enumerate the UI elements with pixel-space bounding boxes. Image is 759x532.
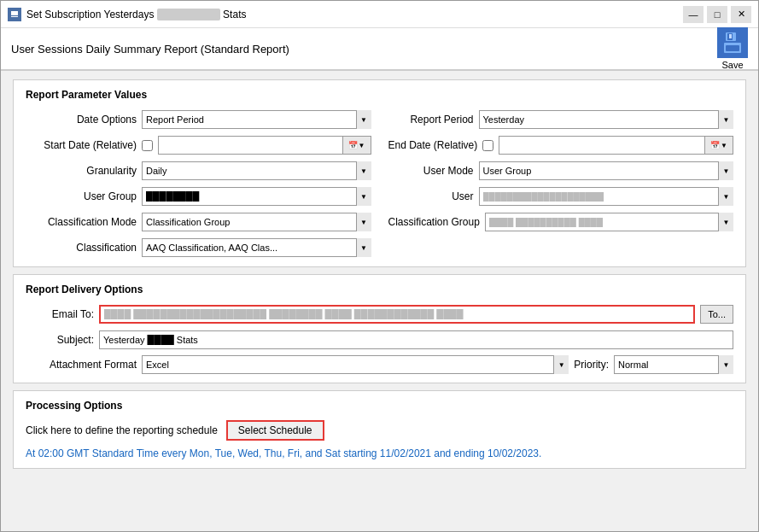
end-calendar-icon: 📅 — [710, 141, 720, 149]
start-date-picker-button[interactable]: 📅 ▼ — [342, 136, 371, 155]
start-date-field-wrapper: 10/02/2021 00:00:00 📅 ▼ — [158, 136, 371, 155]
classification-group-label: Classification Group — [388, 216, 480, 228]
attachment-right: Priority: Normal ▼ — [574, 355, 733, 374]
report-parameters-grid: Date Options Report Period ▼ Report Peri… — [26, 109, 733, 258]
priority-select[interactable]: Normal — [614, 355, 733, 374]
classification-select[interactable]: AAQ Classification, AAQ Clas... — [142, 238, 371, 257]
content-area: Report Parameter Values Date Options Rep… — [1, 71, 758, 531]
classification-mode-label: Classification Mode — [26, 216, 137, 228]
save-icon[interactable] — [717, 27, 748, 58]
select-schedule-button[interactable]: Select Schedule — [226, 420, 324, 441]
user-group-label: User Group — [26, 190, 137, 202]
main-window: Set Subscription Yesterdays ████ Stats —… — [0, 0, 759, 532]
email-label: Email To: — [26, 308, 94, 320]
priority-label: Priority: — [574, 359, 609, 371]
end-date-checkbox-wrapper — [482, 140, 493, 151]
calendar-icon: 📅 — [348, 141, 358, 149]
processing-options-title: Processing Options — [26, 400, 733, 412]
svg-rect-1 — [11, 11, 18, 15]
classification-label: Classification — [26, 242, 137, 254]
minimize-button[interactable]: — — [683, 6, 704, 23]
window-title: Set Subscription Yesterdays ████ Stats — [26, 9, 246, 20]
start-date-label: Start Date (Relative) — [26, 139, 137, 151]
app-icon — [8, 8, 21, 21]
schedule-row: Click here to define the reporting sched… — [26, 420, 733, 441]
report-period-row: Report Period Yesterday ▼ — [388, 109, 734, 130]
classification-group-row: Classification Group ████ ██████████ ███… — [388, 212, 734, 232]
to-button[interactable]: To... — [700, 305, 733, 324]
user-select-wrapper[interactable]: ████████████████████ ▼ — [479, 187, 734, 206]
processing-options-section: Processing Options Click here to define … — [13, 390, 746, 469]
save-label: Save — [721, 60, 743, 70]
classification-select-wrapper[interactable]: AAQ Classification, AAQ Clas... ▼ — [142, 238, 371, 257]
close-button[interactable]: ✕ — [731, 6, 751, 23]
classification-group-select-wrapper[interactable]: ████ ██████████ ████ ▼ — [485, 213, 733, 231]
end-date-row: End Date (Relative) 10/02/2021 00:00:00 … — [388, 135, 734, 155]
end-date-checkbox[interactable] — [482, 140, 493, 151]
svg-rect-7 — [726, 45, 739, 51]
end-date-picker-button[interactable]: 📅 ▼ — [704, 136, 733, 155]
report-period-select-wrapper[interactable]: Yesterday ▼ — [479, 110, 734, 129]
granularity-label: Granularity — [26, 165, 137, 177]
end-date-input[interactable]: 10/02/2021 00:00:00 — [499, 136, 704, 155]
svg-rect-8 — [729, 34, 732, 38]
svg-rect-2 — [11, 16, 18, 17]
maximize-button[interactable]: □ — [707, 6, 727, 23]
attachment-format-select[interactable]: Excel — [142, 355, 569, 374]
date-options-select-wrapper[interactable]: Report Period ▼ — [142, 110, 371, 129]
user-row: User ████████████████████ ▼ — [388, 186, 734, 207]
report-period-label: Report Period — [388, 114, 474, 126]
start-date-checkbox[interactable] — [142, 140, 153, 151]
toolbar: User Sessions Daily Summary Report (Stan… — [1, 28, 758, 71]
schedule-label: Click here to define the reporting sched… — [26, 424, 218, 436]
start-date-dropdown-arrow: ▼ — [359, 142, 365, 149]
report-period-select[interactable]: Yesterday — [479, 110, 734, 129]
classification-mode-select-wrapper[interactable]: Classification Group ▼ — [142, 213, 371, 231]
end-date-field-wrapper: 10/02/2021 00:00:00 📅 ▼ — [499, 136, 733, 155]
end-date-label: End Date (Relative) — [388, 139, 478, 151]
classification-group-select[interactable]: ████ ██████████ ████ — [485, 213, 733, 231]
date-options-label: Date Options — [26, 114, 137, 126]
attachment-left: Attachment Format Excel ▼ — [26, 355, 569, 374]
start-date-input[interactable]: 10/02/2021 00:00:00 — [158, 136, 342, 155]
date-options-row: Date Options Report Period ▼ — [26, 109, 371, 130]
attachment-format-label: Attachment Format — [26, 359, 137, 371]
user-mode-label: User Mode — [388, 165, 474, 177]
classification-mode-select[interactable]: Classification Group — [142, 213, 371, 231]
subject-row: Subject: — [26, 330, 733, 350]
attachment-format-select-wrapper[interactable]: Excel ▼ — [142, 355, 569, 374]
title-controls: — □ ✕ — [683, 6, 751, 23]
user-group-select-wrapper[interactable]: ████████ ▼ — [142, 187, 371, 206]
end-date-dropdown-arrow: ▼ — [721, 142, 727, 149]
report-parameters-section: Report Parameter Values Date Options Rep… — [13, 79, 746, 267]
schedule-info: At 02:00 GMT Standard Time every Mon, Tu… — [26, 447, 733, 459]
subject-label: Subject: — [26, 334, 94, 346]
title-bar: Set Subscription Yesterdays ████ Stats —… — [1, 1, 758, 28]
user-mode-row: User Mode User Group ▼ — [388, 161, 734, 181]
subject-input[interactable] — [99, 330, 733, 349]
user-group-select[interactable]: ████████ — [142, 187, 371, 206]
user-select[interactable]: ████████████████████ — [479, 187, 734, 206]
delivery-options-section: Report Delivery Options Email To: To... … — [13, 274, 746, 383]
delivery-options-title: Report Delivery Options — [26, 284, 733, 295]
date-options-select[interactable]: Report Period — [142, 110, 371, 129]
classification-mode-row: Classification Mode Classification Group… — [26, 212, 371, 232]
report-parameters-title: Report Parameter Values — [26, 89, 733, 101]
granularity-select-wrapper[interactable]: Daily ▼ — [142, 161, 371, 180]
classification-right-empty — [388, 237, 734, 258]
user-group-row: User Group ████████ ▼ — [26, 186, 371, 207]
user-mode-select[interactable]: User Group — [479, 161, 734, 180]
save-button-container[interactable]: Save — [717, 27, 748, 70]
user-label: User — [388, 190, 474, 202]
granularity-select[interactable]: Daily — [142, 161, 371, 180]
priority-select-wrapper[interactable]: Normal ▼ — [614, 355, 733, 374]
classification-row: Classification AAQ Classification, AAQ C… — [26, 237, 371, 258]
email-input[interactable] — [99, 305, 695, 324]
granularity-row: Granularity Daily ▼ — [26, 161, 371, 181]
start-date-row: Start Date (Relative) 10/02/2021 00:00:0… — [26, 135, 371, 155]
email-row: Email To: To... — [26, 304, 733, 324]
title-bar-left: Set Subscription Yesterdays ████ Stats — [8, 8, 246, 21]
report-title: User Sessions Daily Summary Report (Stan… — [11, 43, 289, 56]
user-mode-select-wrapper[interactable]: User Group ▼ — [479, 161, 734, 180]
attachment-row: Attachment Format Excel ▼ Priority: Norm… — [26, 355, 733, 374]
